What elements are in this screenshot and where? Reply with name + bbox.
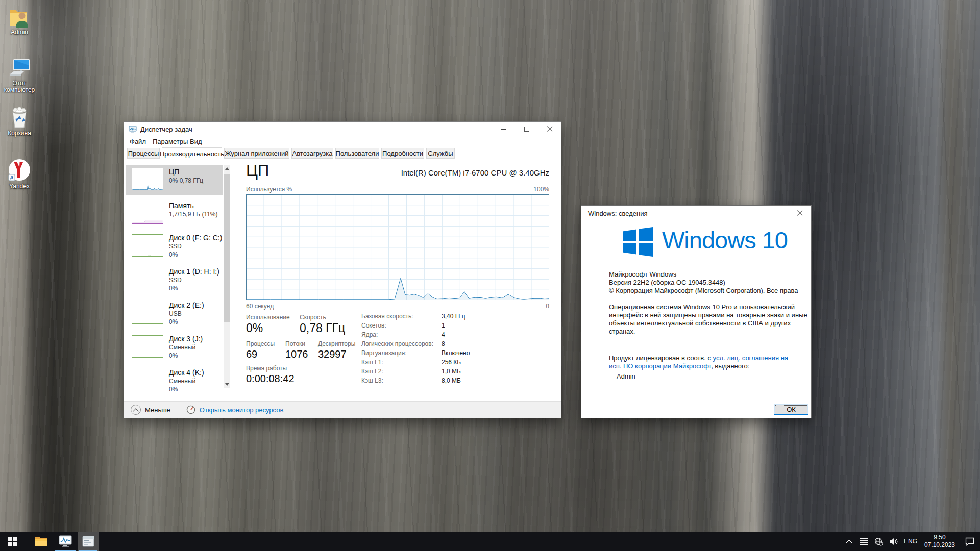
tray-language-indicator[interactable]: ENG (901, 532, 920, 551)
close-icon (547, 126, 553, 132)
user-folder-icon (0, 6, 39, 28)
resource-monitor-icon (186, 405, 195, 414)
about-windows-dialog: Windows: сведения Windows 10 Майкрософт … (581, 205, 812, 418)
chart-x-right: 0 (546, 303, 549, 310)
tab-app-history[interactable]: Журнал приложений (224, 148, 289, 159)
menu-options[interactable]: Параметры (153, 138, 188, 145)
tab-performance[interactable]: Производительность (162, 147, 222, 159)
chart-x-left: 60 секунд (246, 303, 274, 310)
kv-l3-value: 8,0 МБ (442, 377, 461, 384)
desktop-icon-admin[interactable]: Admin (0, 6, 39, 36)
taskbar-task-manager-button[interactable] (53, 532, 78, 551)
tray-touch-keyboard[interactable] (856, 532, 871, 551)
fewer-details-button[interactable]: Меньше (131, 405, 170, 415)
desktop-icon-label: Корзина (0, 130, 39, 137)
scrollbar-up-arrow[interactable] (224, 165, 230, 172)
tray-action-center[interactable] (960, 532, 980, 551)
close-button[interactable] (538, 122, 561, 136)
touch-keyboard-icon (860, 538, 868, 545)
license-terms-link[interactable]: усл. лиц. соглашения на (713, 354, 789, 362)
file-explorer-button[interactable] (29, 532, 53, 551)
license-text-line1: Операционная система Windows 10 Pro и по… (609, 303, 795, 311)
stat-threads-label: Потоки (285, 340, 305, 347)
disk3-mini-chart (132, 335, 163, 358)
tab-details[interactable]: Подробности (381, 148, 424, 159)
task-manager-titlebar[interactable]: Диспетчер задач (124, 122, 561, 136)
task-manager-tabs: Процессы Производительность Журнал прило… (124, 148, 561, 159)
desktop-icon-label: Yandex (0, 183, 39, 190)
kv-virtualization-value: Включено (442, 349, 470, 357)
microsoft-software-link[interactable]: исп. ПО корпорации Майкрософт (609, 362, 711, 370)
sidebar-cpu-sub: 0% 0,78 ГГц (169, 177, 203, 185)
tab-startup[interactable]: Автозагрузка (291, 148, 333, 159)
desktop-icon-yandex[interactable]: Yandex (0, 160, 39, 190)
close-icon (797, 210, 803, 216)
menu-file[interactable]: Файл (130, 138, 146, 145)
stat-processes-value: 69 (246, 348, 257, 360)
taskbar-about-windows-icon (82, 536, 94, 547)
kv-l1-label: Кэш L1: (361, 359, 383, 366)
desktop-icon-recycle-bin[interactable]: Корзина (0, 107, 39, 137)
tray-show-hidden-icons[interactable] (841, 532, 856, 551)
tray-volume[interactable] (886, 532, 901, 551)
memory-mini-chart (132, 202, 163, 224)
disk0-mini-chart (132, 234, 163, 257)
sidebar-scrollbar[interactable] (224, 165, 230, 388)
license-post-text: , выданного: (711, 362, 749, 370)
cpu-model-name: Intel(R) Core(TM) i7-6700 CPU @ 3.40GHz (401, 168, 549, 177)
resource-monitor-label: Открыть монитор ресурсов (200, 406, 283, 414)
license-text-line2: интерфейс в ней защищены правами на това… (609, 311, 807, 319)
start-icon (8, 537, 17, 546)
sidebar-disk4-title: Диск 4 (K:) (169, 368, 204, 377)
sidebar-disk4-type: Сменный (169, 377, 204, 385)
desktop-icon-this-pc[interactable]: Этот компьютер (0, 57, 39, 93)
sidebar-cpu-title: ЦП (169, 168, 203, 177)
os-name-line: Майкрософт Windows (609, 270, 676, 279)
sidebar-disk2-title: Диск 2 (E:) (169, 301, 204, 310)
disk4-mini-chart (132, 369, 163, 391)
taskbar-about-windows-button[interactable] (78, 532, 99, 551)
taskbar: ENG 9:50 07.10.2023 (0, 532, 980, 551)
license-text-line3: объекты интеллектуальной собственности в… (609, 319, 811, 336)
scrollbar-thumb[interactable] (224, 174, 230, 322)
dialog-close-button[interactable] (788, 206, 811, 221)
os-version-line: Версия 22H2 (сборка ОС 19045.3448) (609, 279, 725, 287)
sidebar-disk1-usage: 0% (169, 284, 219, 292)
license-pre-text: Продукт лицензирован в соотв. с (609, 354, 713, 362)
windows-10-wordmark: Windows 10 (662, 226, 788, 254)
chart-y-max: 100% (533, 186, 549, 193)
tab-processes[interactable]: Процессы (127, 148, 160, 159)
kv-sockets-label: Сокетов: (361, 322, 386, 329)
dialog-separator (589, 263, 805, 263)
sidebar-disk1-title: Диск 1 (D: H: I:) (169, 267, 219, 276)
tray-clock[interactable]: 9:50 07.10.2023 (920, 532, 960, 551)
kv-cores-label: Ядра: (361, 331, 378, 338)
copyright-line: © Корпорация Майкрософт (Microsoft Corpo… (609, 287, 798, 295)
stat-uptime-value: 0:00:08:42 (246, 373, 295, 385)
open-resource-monitor-link[interactable]: Открыть монитор ресурсов (186, 405, 283, 414)
scrollbar-down-arrow[interactable] (224, 381, 230, 388)
kv-logical-value: 8 (442, 340, 445, 347)
product-license-line2: исп. ПО корпорации Майкрософт, выданного… (609, 362, 749, 370)
tab-services[interactable]: Службы (426, 148, 455, 159)
yandex-browser-icon (0, 160, 39, 182)
start-button[interactable] (0, 532, 24, 551)
stat-speed-label: Скорость (300, 314, 326, 321)
speaker-icon (889, 538, 898, 545)
stat-threads-value: 1076 (285, 348, 308, 360)
maximize-button[interactable] (515, 122, 538, 136)
sidebar-disk3-usage: 0% (169, 352, 203, 360)
sidebar-memory-sub: 1,7/15,9 ГБ (11%) (169, 210, 218, 218)
tab-users[interactable]: Пользователи (335, 148, 379, 159)
taskbar-task-manager-icon (59, 535, 72, 547)
stat-processes-label: Процессы (246, 340, 275, 347)
kv-cores-value: 4 (442, 331, 445, 338)
minimize-button[interactable] (492, 122, 515, 136)
about-windows-titlebar[interactable]: Windows: сведения (581, 206, 811, 221)
kv-l1-value: 256 КБ (442, 359, 461, 366)
ok-button[interactable]: ОК (774, 404, 808, 415)
menu-view[interactable]: Вид (190, 138, 202, 145)
windows-flag-logo (623, 227, 653, 259)
computer-icon (0, 57, 39, 79)
tray-network-status[interactable] (871, 532, 886, 551)
